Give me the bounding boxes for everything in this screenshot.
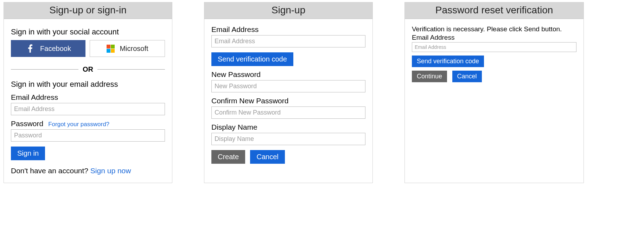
facebook-label: Facebook: [40, 45, 71, 53]
no-account-text: Don't have an account?: [11, 167, 90, 175]
display-name-input[interactable]: [211, 133, 365, 145]
reset-email-input[interactable]: [412, 42, 576, 52]
divider-label: OR: [83, 65, 93, 73]
reset-instruction: Verification is necessary. Please click …: [412, 25, 576, 33]
confirm-password-label: Confirm New Password: [211, 97, 365, 105]
facebook-button[interactable]: Facebook: [11, 40, 85, 57]
microsoft-icon: [106, 44, 115, 53]
reset-send-code-button[interactable]: Send verification code: [412, 56, 484, 67]
display-name-label: Display Name: [211, 123, 365, 131]
signup-now-link[interactable]: Sign up now: [90, 167, 131, 175]
confirm-password-input[interactable]: [211, 106, 365, 119]
forgot-password-link[interactable]: Forgot your password?: [48, 121, 109, 128]
password-label: Password: [11, 119, 43, 128]
continue-button[interactable]: Continue: [412, 71, 447, 82]
signup-header: Sign-up: [204, 2, 372, 19]
signup-email-input[interactable]: [211, 35, 365, 47]
reset-email-label: Email Address: [412, 34, 576, 41]
email-signin-title: Sign in with your email address: [11, 80, 165, 89]
microsoft-button[interactable]: Microsoft: [90, 40, 165, 57]
reset-header: Password reset verification: [405, 2, 584, 19]
signup-cancel-button[interactable]: Cancel: [250, 150, 285, 164]
signin-header: Sign-up or sign-in: [4, 2, 172, 19]
email-label: Email Address: [11, 93, 165, 102]
or-divider: OR: [11, 65, 165, 73]
signup-panel: Sign-up Email Address Send verification …: [204, 2, 373, 183]
signin-panel: Sign-up or sign-in Sign in with your soc…: [4, 2, 172, 183]
no-account-note: Don't have an account? Sign up now: [11, 167, 165, 175]
signin-button[interactable]: Sign in: [11, 147, 45, 160]
signup-email-label: Email Address: [211, 25, 365, 34]
password-input[interactable]: [11, 129, 165, 142]
facebook-icon: [25, 44, 35, 53]
send-verification-code-button[interactable]: Send verification code: [211, 52, 293, 66]
email-input[interactable]: [11, 103, 165, 115]
create-button[interactable]: Create: [211, 150, 245, 164]
new-password-input[interactable]: [211, 80, 365, 92]
microsoft-label: Microsoft: [120, 45, 148, 53]
reset-cancel-button[interactable]: Cancel: [452, 71, 482, 82]
social-signin-title: Sign in with your social account: [11, 27, 165, 37]
reset-panel: Password reset verification Verification…: [404, 2, 584, 183]
new-password-label: New Password: [211, 70, 365, 79]
